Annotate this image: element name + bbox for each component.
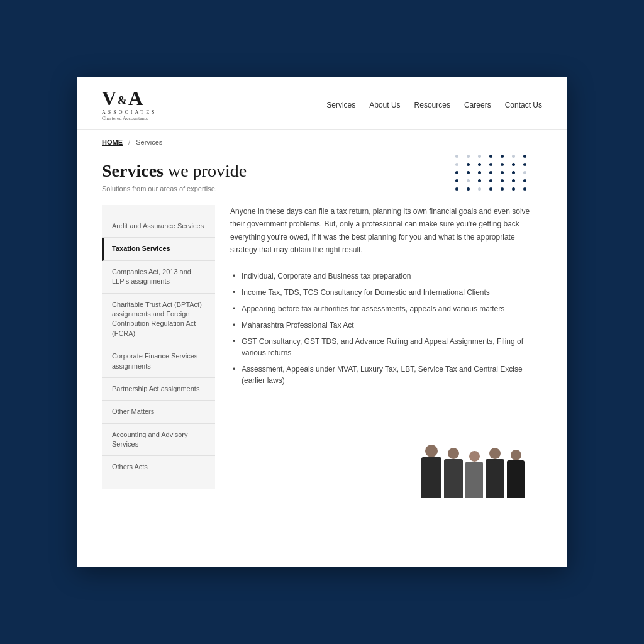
- sidebar-item-other-matters[interactable]: Other Matters: [102, 401, 215, 423]
- list-item: Income Tax, TDS, TCS Consultancy for Dom…: [230, 284, 542, 301]
- sidebar-item-accounting-advisory[interactable]: Accounting and Advisory Services: [102, 424, 215, 457]
- person-head: [489, 448, 501, 459]
- main-nav: Services About Us Resources Careers Cont…: [326, 101, 542, 109]
- content-intro: Anyone in these days can file a tax retu…: [230, 205, 542, 257]
- dot: [512, 179, 515, 182]
- dots-grid: [455, 155, 530, 191]
- logo-subtitle: Chartered Accountants: [102, 116, 157, 121]
- nav-item-services[interactable]: Services: [326, 101, 355, 109]
- sidebar-item-charitable-trust[interactable]: Charitable Trust Act (BPTAct) assignment…: [102, 294, 215, 346]
- breadcrumb-home[interactable]: HOME: [102, 138, 123, 146]
- dot: [523, 155, 526, 158]
- dot: [467, 155, 470, 158]
- dot: [523, 187, 526, 191]
- services-bullet-list: Individual, Corporate and Business tax p…: [230, 268, 542, 389]
- dot: [501, 179, 504, 182]
- person-head: [511, 450, 521, 460]
- dot: [512, 187, 515, 191]
- dot: [523, 163, 526, 166]
- dot: [512, 155, 515, 158]
- dot: [478, 171, 481, 174]
- sidebar-item-corporate-finance[interactable]: Corporate Finance Services assignments: [102, 345, 215, 378]
- team-person-1: [421, 445, 441, 498]
- dot: [501, 187, 504, 191]
- breadcrumb-current: Services: [136, 138, 162, 146]
- person-head: [425, 445, 438, 457]
- person-body: [444, 459, 463, 498]
- person-body: [465, 462, 483, 498]
- dot: [501, 155, 504, 158]
- dot: [478, 187, 481, 191]
- breadcrumb: HOME / Services: [77, 130, 567, 155]
- nav-item-contact[interactable]: Contact Us: [505, 101, 542, 109]
- dot: [478, 163, 481, 166]
- list-item: Individual, Corporate and Business tax p…: [230, 268, 542, 284]
- nav-item-resources[interactable]: Resources: [414, 101, 450, 109]
- dot: [467, 179, 470, 182]
- list-item: Maharashtra Professional Tax Act: [230, 317, 542, 333]
- team-person-4: [486, 448, 504, 498]
- team-image: [397, 419, 548, 501]
- dot: [455, 155, 458, 158]
- dot: [455, 179, 458, 182]
- dot: [489, 163, 492, 166]
- person-body: [507, 460, 525, 498]
- person-head: [448, 448, 459, 459]
- team-person-2: [444, 448, 463, 498]
- dot: [512, 171, 515, 174]
- team-person-3: [465, 451, 483, 498]
- list-item: Assessment, Appeals under MVAT, Luxury T…: [230, 361, 542, 389]
- dots-decoration: [455, 155, 530, 191]
- page-container: V&A ASSOCIATES Chartered Accountants Ser…: [77, 77, 567, 567]
- nav-item-about[interactable]: About Us: [369, 101, 400, 109]
- breadcrumb-separator: /: [128, 138, 130, 146]
- sidebar-item-audit[interactable]: Audit and Assurance Services: [102, 215, 215, 238]
- dot: [467, 187, 470, 191]
- hero-title-bold: Services: [102, 161, 164, 180]
- team-person-5: [507, 450, 525, 498]
- dot: [489, 171, 492, 174]
- team-silhouette: [397, 419, 548, 501]
- header: V&A ASSOCIATES Chartered Accountants Ser…: [77, 77, 567, 130]
- sidebar-item-others-acts[interactable]: Others Acts: [102, 456, 215, 478]
- sidebar-item-partnership-act[interactable]: Partnership Act assignments: [102, 378, 215, 401]
- logo-associates: ASSOCIATES: [102, 109, 157, 115]
- dot: [478, 155, 481, 158]
- dot: [523, 179, 526, 182]
- logo: V&A ASSOCIATES Chartered Accountants: [102, 88, 157, 121]
- dot: [489, 187, 492, 191]
- hero-title-regular: we provide: [164, 161, 247, 180]
- dot: [455, 163, 458, 166]
- dot: [501, 163, 504, 166]
- content-area: Anyone in these days can file a tax retu…: [230, 205, 542, 489]
- sidebar-item-companies-act[interactable]: Companies Act, 2013 and LLP's assignment…: [102, 261, 215, 294]
- list-item: Appearing before tax authorities for ass…: [230, 301, 542, 317]
- dot: [489, 155, 492, 158]
- nav-item-careers[interactable]: Careers: [464, 101, 491, 109]
- main-content: Audit and Assurance Services Taxation Se…: [77, 205, 567, 501]
- sidebar: Audit and Assurance Services Taxation Se…: [102, 205, 215, 489]
- sidebar-item-taxation[interactable]: Taxation Services: [102, 238, 215, 260]
- dot: [467, 171, 470, 174]
- dot: [455, 187, 458, 191]
- list-item: GST Consultancy, GST TDS, and Advance Ru…: [230, 333, 542, 361]
- dot: [467, 163, 470, 166]
- dot: [501, 171, 504, 174]
- hero-section: Services we provide Solutions from our a…: [77, 155, 567, 205]
- dot: [455, 171, 458, 174]
- person-body: [486, 459, 504, 498]
- person-body: [421, 457, 441, 498]
- dot: [489, 179, 492, 182]
- dot: [478, 179, 481, 182]
- person-head: [469, 451, 480, 462]
- dot: [523, 171, 526, 174]
- logo-text: V&A: [102, 88, 157, 108]
- dot: [512, 163, 515, 166]
- logo-ampersand: &: [118, 94, 128, 107]
